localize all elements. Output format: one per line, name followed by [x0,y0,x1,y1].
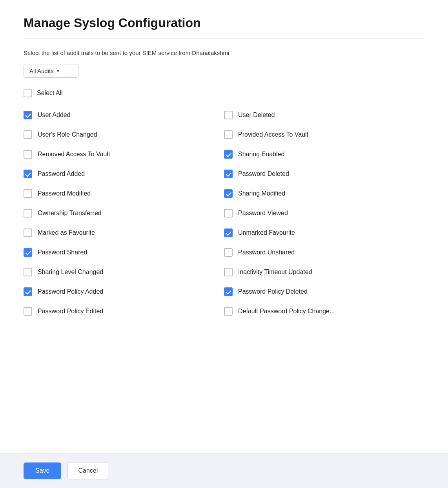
checkbox-provided_access_to_vault[interactable] [224,130,233,139]
checkbox-row-user_deleted: User Deleted [224,105,424,125]
checkbox-label-inactivity_timeout_updated: Inactivity Timeout Updated [238,269,312,276]
checkbox-marked_as_favourite[interactable] [24,228,32,237]
checkbox-row-ownership_transferred: Ownership Transferred [24,203,224,223]
checkbox-password_deleted[interactable] [224,170,233,178]
checkbox-label-removed_access_to_vault: Removed Access To Vault [38,151,110,158]
checkbox-label-default_password_policy_change: Default Password Policy Change... [238,308,335,315]
chevron-down-icon: ▾ [57,68,59,74]
checkbox-password_policy_added[interactable] [24,287,32,296]
divider [24,38,424,38]
checkbox-label-marked_as_favourite: Marked as Favourite [38,229,95,236]
checkbox-user_added[interactable] [24,111,32,119]
checkbox-row-inactivity_timeout_updated: Inactivity Timeout Updated [224,262,424,282]
dropdown-wrapper: All Audits ▾ [24,64,424,78]
checkbox-password_modified[interactable] [24,189,32,198]
footer-bar: Save Cancel [0,453,448,488]
checkbox-label-sharing_level_changed: Sharing Level Changed [38,269,103,276]
checkbox-users_role_changed[interactable] [24,130,32,139]
checkbox-row-password_policy_edited: Password Policy Edited [24,302,224,321]
checkbox-sharing_modified[interactable] [224,189,233,198]
checkbox-label-password_modified: Password Modified [38,190,91,197]
checkbox-label-password_viewed: Password Viewed [238,210,288,217]
checkbox-grid: User AddedUser DeletedUser's Role Change… [24,105,424,321]
checkbox-row-password_policy_added: Password Policy Added [24,282,224,302]
checkbox-row-unmarked_favourite: Unmarked Favourite [224,223,424,243]
checkbox-row-users_role_changed: User's Role Changed [24,125,224,144]
checkbox-inactivity_timeout_updated[interactable] [224,268,233,276]
checkbox-password_shared[interactable] [24,248,32,257]
checkbox-label-password_deleted: Password Deleted [238,170,289,177]
checkbox-row-password_modified: Password Modified [24,184,224,203]
checkbox-row-password_shared: Password Shared [24,243,224,262]
page-title: Manage Syslog Configuration [24,16,424,30]
checkbox-row-password_viewed: Password Viewed [224,203,424,223]
dropdown-label: All Audits [29,68,54,74]
main-content: Manage Syslog Configuration Select the l… [0,0,448,453]
checkbox-label-sharing_modified: Sharing Modified [238,190,285,197]
checkbox-ownership_transferred[interactable] [24,209,32,217]
page-wrapper: Manage Syslog Configuration Select the l… [0,0,448,488]
checkbox-label-password_shared: Password Shared [38,249,87,256]
checkbox-sharing_enabled[interactable] [224,150,233,159]
select-all-label: Select All [37,90,63,97]
checkbox-label-provided_access_to_vault: Provided Access To Vault [238,131,308,138]
subtitle: Select the list of audit trails to be se… [24,49,424,56]
checkbox-row-marked_as_favourite: Marked as Favourite [24,223,224,243]
checkbox-password_added[interactable] [24,170,32,178]
checkbox-sharing_level_changed[interactable] [24,268,32,276]
checkbox-user_deleted[interactable] [224,111,233,119]
checkbox-row-default_password_policy_change: Default Password Policy Change... [224,302,424,321]
checkbox-label-user_added: User Added [38,111,71,119]
checkbox-label-password_policy_deleted: Password Policy Deleted [238,288,308,295]
checkbox-password_viewed[interactable] [224,209,233,217]
checkbox-removed_access_to_vault[interactable] [24,150,32,159]
checkbox-label-password_policy_added: Password Policy Added [38,288,103,295]
checkbox-row-password_unshared: Password Unshared [224,243,424,262]
checkbox-row-provided_access_to_vault: Provided Access To Vault [224,125,424,144]
checkbox-row-sharing_level_changed: Sharing Level Changed [24,262,224,282]
checkbox-label-sharing_enabled: Sharing Enabled [238,151,284,158]
checkbox-password_policy_edited[interactable] [24,307,32,316]
checkbox-password_policy_deleted[interactable] [224,287,233,296]
checkbox-default_password_policy_change[interactable] [224,307,233,316]
checkbox-label-password_policy_edited: Password Policy Edited [38,308,103,315]
save-button[interactable]: Save [24,462,61,479]
checkbox-label-password_unshared: Password Unshared [238,249,295,256]
select-all-row: Select All [24,89,424,97]
checkboxes-section: Select All User AddedUser DeletedUser's … [24,89,424,321]
checkbox-row-removed_access_to_vault: Removed Access To Vault [24,144,224,164]
checkbox-row-password_deleted: Password Deleted [224,164,424,184]
checkbox-label-users_role_changed: User's Role Changed [38,131,97,138]
select-all-checkbox[interactable] [24,89,32,97]
checkbox-row-password_policy_deleted: Password Policy Deleted [224,282,424,302]
checkbox-label-password_added: Password Added [38,170,85,177]
audit-dropdown[interactable]: All Audits ▾ [24,64,78,78]
checkbox-row-password_added: Password Added [24,164,224,184]
checkbox-unmarked_favourite[interactable] [224,228,233,237]
checkbox-password_unshared[interactable] [224,248,233,257]
checkbox-row-sharing_modified: Sharing Modified [224,184,424,203]
checkbox-row-user_added: User Added [24,105,224,125]
checkbox-row-sharing_enabled: Sharing Enabled [224,144,424,164]
checkbox-label-user_deleted: User Deleted [238,111,275,119]
checkbox-label-unmarked_favourite: Unmarked Favourite [238,229,295,236]
checkbox-label-ownership_transferred: Ownership Transferred [38,210,102,217]
cancel-button[interactable]: Cancel [67,462,108,479]
